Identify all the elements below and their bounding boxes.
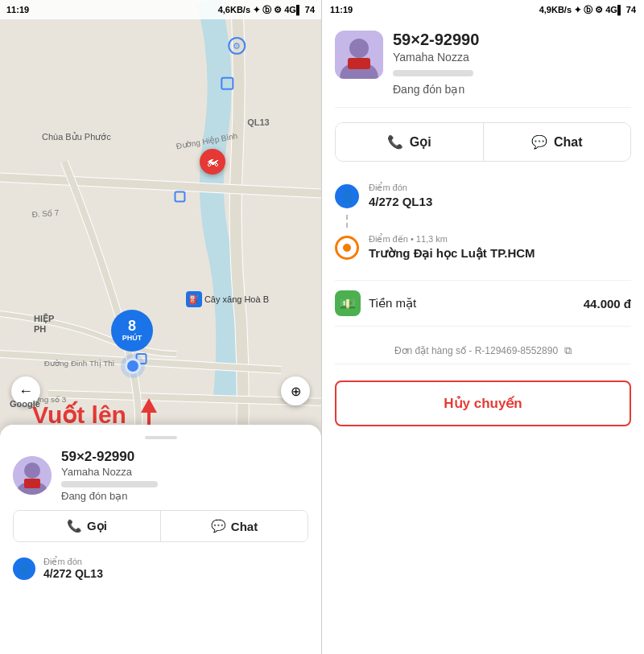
hiep-label: HIỆPPH (34, 314, 54, 334)
svg-point-17 (24, 463, 40, 479)
icons-right: 4,9KB/s ✦ ⓑ ⚙ 4G▌ 74 (539, 4, 636, 16)
time-right: 11:19 (330, 5, 353, 14)
phone-icon: 📞 (67, 519, 82, 533)
pickup-row: 👤 Điểm đón 4/272 QL13 (335, 176, 631, 215)
minutes-number: 8 (128, 319, 136, 335)
dropoff-row: Điểm đến • 11,3 km Trường Đại học Luật T… (335, 228, 631, 267)
pickup-address-right: 4/272 QL13 (369, 195, 631, 208)
call-label: Gọi (87, 519, 107, 533)
right-content: 59×2-92990 Yamaha Nozza Đang đón bạn 📞 G… (322, 19, 644, 654)
chat-label: Chat (231, 520, 258, 533)
minutes-label: PHÚT (122, 335, 142, 343)
church-label: Chùa Bửu Phước (42, 132, 111, 142)
chat-icon-right: 💬 (531, 134, 547, 150)
dropoff-sublabel: Điểm đến • 11,3 km (369, 234, 631, 245)
call-button-right[interactable]: 📞 Gọi (336, 123, 484, 161)
payment-label: Tiền mặt (369, 296, 576, 311)
pickup-sublabel: Điểm đón (43, 557, 103, 567)
dropoff-icon (335, 236, 359, 260)
order-code-row: Đơn đặt hàng số - R-129469-8552890 ⧉ (335, 338, 631, 364)
call-button[interactable]: 📞 Gọi (14, 511, 161, 541)
driver-plate-right: 59×2-92990 (393, 31, 631, 49)
trip-section: 👤 Điểm đón 4/272 QL13 Điểm đến • 11,3 km… (335, 176, 631, 267)
chat-button-right[interactable]: 💬 Chat (484, 123, 631, 161)
driver-avatar-right (335, 31, 383, 79)
pickup-icon-right: 👤 (335, 184, 359, 208)
driver-status-text: Đang đón bạn (61, 490, 308, 502)
driver-vehicle: Yamaha Nozza (61, 466, 308, 478)
driver-status-bar (61, 481, 158, 487)
status-pill (393, 70, 473, 76)
pickup-text-right: Điểm đón 4/272 QL13 (369, 183, 631, 208)
gas-icon: ⛽ (186, 291, 202, 307)
dropoff-address: Trường Đại học Luật TP.HCM (369, 246, 631, 261)
driver-vehicle-right: Yamaha Nozza (393, 51, 631, 64)
driver-plate: 59×2-92990 (61, 449, 308, 465)
dropoff-icon-inner (343, 244, 351, 252)
location-dot (125, 358, 141, 374)
svg-line-1 (0, 177, 321, 193)
svg-text:QL13: QL13 (247, 117, 269, 127)
driver-info: 59×2-92990 Yamaha Nozza Đang đón bạn (13, 449, 308, 502)
google-label: Google (10, 399, 40, 409)
bottom-card: 59×2-92990 Yamaha Nozza Đang đón bạn 📞 G… (0, 425, 321, 654)
drag-handle[interactable] (145, 436, 177, 439)
arrow-head (141, 398, 157, 413)
pickup-address: 4/272 QL13 (43, 567, 103, 580)
driver-status-right: Đang đón bạn (393, 83, 631, 96)
minutes-badge: 8 PHÚT (111, 310, 153, 352)
svg-rect-14 (175, 191, 184, 201)
chat-label-right: Chat (554, 135, 583, 150)
phone-icon-right: 📞 (387, 134, 403, 150)
driver-avatar (13, 456, 52, 495)
dropoff-text: Điểm đến • 11,3 km Trường Đại học Luật T… (369, 234, 631, 261)
payment-amount: 44.000 đ (584, 297, 631, 311)
gas-label: Cây xăng Hoà B (204, 294, 269, 304)
payment-row: 💵 Tiền mặt 44.000 đ (335, 280, 631, 327)
action-buttons: 📞 Gọi 💬 Chat (13, 510, 308, 542)
svg-text:Đường Đinh Thị Thi: Đường Đinh Thị Thi (44, 359, 114, 368)
pickup-info: 👤 Điểm đón 4/272 QL13 (13, 552, 308, 585)
chat-icon: 💬 (211, 519, 226, 533)
call-label-right: Gọi (410, 134, 431, 150)
driver-details: 59×2-92990 Yamaha Nozza Đang đón bạn (61, 449, 308, 502)
svg-text:⚙: ⚙ (233, 41, 241, 51)
copy-icon[interactable]: ⧉ (564, 344, 572, 357)
status-bar-right: 11:19 4,9KB/s ✦ ⓑ ⚙ 4G▌ 74 (322, 0, 644, 19)
driver-header: 59×2-92990 Yamaha Nozza Đang đón bạn (335, 31, 631, 108)
motorcycle-icon: 🏍 (200, 149, 225, 175)
order-code-text: Đơn đặt hàng số - R-129469-8552890 (394, 345, 558, 356)
right-panel: 11:19 4,9KB/s ✦ ⓑ ⚙ 4G▌ 74 59×2-92990 Ya… (322, 0, 644, 654)
pickup-sublabel-right: Điểm đón (369, 183, 631, 193)
payment-icon: 💵 (335, 290, 361, 316)
svg-rect-18 (24, 479, 40, 488)
chat-button[interactable]: 💬 Chat (161, 511, 308, 541)
left-panel: 11:19 4,6KB/s ✦ ⓑ ⚙ 4G▌ 74 QL13 (0, 0, 322, 654)
driver-info-right: 59×2-92990 Yamaha Nozza Đang đón bạn (393, 31, 631, 96)
action-buttons-right: 📞 Gọi 💬 Chat (335, 122, 631, 162)
trip-dotted-line (346, 215, 348, 228)
gas-station: ⛽ Cây xăng Hoà B (186, 291, 269, 307)
pickup-text: Điểm đón 4/272 QL13 (43, 557, 103, 580)
icons-left: 4,6KB/s ✦ ⓑ ⚙ 4G▌ 74 (218, 4, 315, 16)
svg-text:Đ. Số 7: Đ. Số 7 (31, 208, 60, 219)
pickup-icon: 👤 (13, 557, 35, 580)
cancel-button[interactable]: Hủy chuyến (335, 380, 631, 426)
svg-rect-21 (348, 58, 370, 69)
time-left: 11:19 (6, 5, 29, 14)
status-bar-left: 11:19 4,6KB/s ✦ ⓑ ⚙ 4G▌ 74 (0, 0, 321, 19)
svg-point-20 (349, 39, 369, 58)
location-target-button[interactable]: ⊕ (281, 376, 310, 405)
